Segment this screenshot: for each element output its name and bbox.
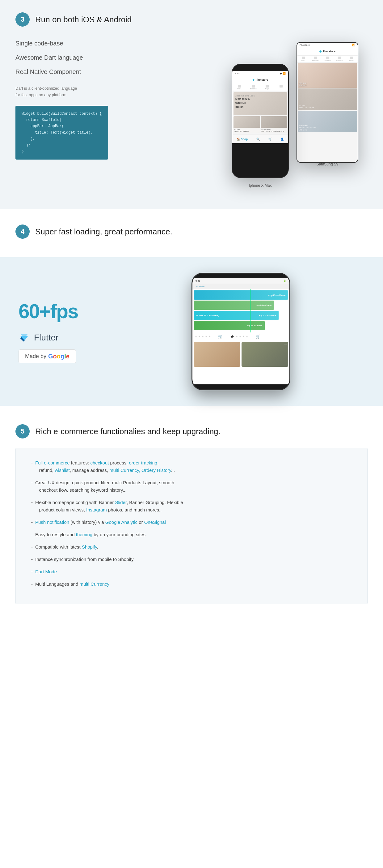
feature-item-shopify: - Compatible with latest Shopify.: [31, 543, 352, 551]
section-3-content: Single code-base Awesome Dart language R…: [15, 36, 368, 190]
link-order-tracking[interactable]: order tracking: [129, 460, 157, 465]
link-full-ecommerce[interactable]: Full e-commerce: [35, 460, 70, 465]
android-tab-4: Posters: [334, 56, 346, 62]
section-4-body: 60+fps Flutter Made by Google: [0, 257, 383, 406]
link-multi-currency-2[interactable]: multi Currency: [79, 581, 109, 587]
perf-chart-row-1: avg 8.9 ms/frame: [194, 290, 288, 300]
section-4-right: 9:41 🔋 ← Eden avg 8.9 ms/frame avg 8.9 m…: [117, 273, 364, 390]
iphone-tab-bottoms: Bottoms: [246, 84, 260, 91]
feature-item-push: - Push notification (with history) via G…: [31, 519, 352, 526]
code-block: Widget build(BuildContaxt context) { ret…: [15, 106, 108, 160]
iphone-content: AWESOME GIRL LOOK Most sexy & fabulous d…: [232, 91, 288, 134]
iphone-bottom-nav: 🏠 Shop 🔍 🛒 👤: [232, 134, 288, 143]
link-onesignal[interactable]: OneSignal: [144, 520, 166, 525]
iphone-statusbar: 9:13 ▶ 📶: [232, 71, 288, 75]
iphone-mockup: 9:13 ▶ 📶 ◆ Fluxstore Paris Bottoms Bags …: [232, 64, 289, 178]
perf-phone-screen: 9:41 🔋 ← Eden avg 8.9 ms/frame avg 8.9 m…: [193, 278, 289, 384]
perf-product-1: ♡: [194, 342, 240, 367]
step-badge-5: 5: [15, 424, 30, 438]
android-statusbar: Fluxstore 📶: [297, 43, 358, 47]
link-shopify[interactable]: Shopify: [82, 544, 97, 550]
perf-statusbar: 9:41 🔋: [193, 278, 289, 284]
iphone-notch: [243, 64, 277, 71]
phone-mockups-container: Fluxstore 📶 ◆ Fluxstore Men Women Clothi…: [207, 36, 368, 190]
step-badge-3: 3: [15, 12, 30, 27]
iphone-tab-paris: Paris: [232, 84, 246, 91]
feature-item-homepage: - Flexible homepage config with Banner S…: [31, 499, 352, 514]
feature-item-ecommerce: - Full e-commerce features: checkout pro…: [31, 459, 352, 474]
link-dart-mode[interactable]: Dart Mode: [35, 569, 57, 574]
android-tab-2: Women: [309, 56, 321, 62]
feature-item-3: Real Native Component: [15, 67, 207, 76]
flutter-label: Flutter: [34, 333, 58, 343]
section-4: 4 Super fast loading, great performance.…: [0, 209, 383, 406]
iphone-label: Iphone X Max: [232, 182, 289, 188]
link-slider[interactable]: Slider: [115, 500, 127, 505]
iphone-nav-tabs: Paris Bottoms Bags ...: [232, 84, 288, 91]
section-5-title: Rich e-commerce functionalies and keep u…: [35, 427, 220, 436]
section-4-title-row: 4 Super fast loading, great performance.: [15, 224, 368, 239]
perf-phone-mockup: 9:41 🔋 ← Eden avg 8.9 ms/frame avg 8.9 m…: [192, 273, 290, 390]
link-wishlist[interactable]: wishlist: [55, 468, 69, 473]
section-3-left: Single code-base Awesome Dart language R…: [15, 36, 207, 160]
flutter-logo-row: Flutter: [19, 332, 99, 343]
section-5: 5 Rich e-commerce functionalies and keep…: [0, 406, 383, 620]
android-tab-5: Music: [346, 56, 358, 62]
link-google-analytic[interactable]: Google Analytic: [105, 520, 137, 525]
feature-list: Single code-base Awesome Dart language R…: [15, 39, 207, 76]
link-instagram[interactable]: Instagram: [86, 507, 107, 513]
android-tab-1: Men: [297, 56, 309, 62]
step-badge-4: 4: [15, 224, 30, 239]
perf-product-row: ♡ ♡: [193, 341, 289, 368]
section-3-title: Run on both iOS & Android: [35, 15, 132, 24]
perf-chart-row-3: UI max 11.6 ms/frame, avg 4.4 ms/frame: [194, 311, 279, 320]
fps-text: 60+fps: [19, 300, 99, 323]
link-checkout[interactable]: checkout: [90, 460, 109, 465]
android-tab-3: Clothing: [321, 56, 333, 62]
feature-item-2: Awesome Dart language: [15, 53, 207, 62]
perf-product-2: ♡: [242, 342, 288, 367]
feature-item-theming: - Easy to restyle and theming by on your…: [31, 531, 352, 538]
android-nav-tabs: Men Women Clothing Posters Music: [297, 56, 358, 62]
android-phone-mockup: Fluxstore 📶 ◆ Fluxstore Men Women Clothi…: [297, 42, 358, 163]
section-4-header: 4 Super fast loading, great performance.: [0, 224, 383, 257]
link-multi-currency-1[interactable]: multi Currency, Ordery History: [109, 468, 171, 473]
link-push-notification[interactable]: Push notification: [35, 520, 69, 525]
perf-chart-row-2: avg 8.9 ms/frame: [194, 301, 274, 310]
iphone-tab-bags: Bags: [260, 84, 274, 91]
perf-chart-area: avg 8.9 ms/frame avg 8.9 ms/frame UI max…: [193, 289, 289, 333]
section-5-header: 5 Rich e-commerce functionalies and keep…: [15, 424, 368, 438]
iphone-app-header: ◆ Fluxstore: [232, 75, 288, 84]
section-4-left: 60+fps Flutter Made by Google: [19, 300, 99, 363]
google-made-by-text: Made by: [25, 353, 46, 360]
dart-description: Dart is a client-optimized language for …: [15, 85, 83, 98]
section-5-body: - Full e-commerce features: checkout pro…: [15, 448, 368, 604]
android-screen: Fluxstore 📶 ◆ Fluxstore Men Women Clothi…: [297, 43, 358, 162]
section-4-title: Super fast loading, great performance.: [35, 227, 172, 237]
feature-item-ux: - Great UX design: quick product filter,…: [31, 479, 352, 494]
perf-stars-row: ★★★★★ 🛒 ★★★★★ 🛒: [193, 333, 289, 341]
google-badge: Made by Google: [19, 349, 76, 363]
perf-chart-row-4: avg 4.4 ms/frame: [194, 321, 265, 330]
section-3: 3 Run on both iOS & Android Single code-…: [0, 0, 383, 209]
google-wordmark: Google: [48, 353, 69, 360]
android-app-header: ◆ Fluxstore: [297, 47, 358, 56]
feature-item-sync: - Instance synchronization from mobile t…: [31, 556, 352, 563]
perf-back-row: ← Eden: [193, 284, 289, 289]
section-3-header: 3 Run on both iOS & Android: [15, 12, 368, 27]
feature-item-1: Single code-base: [15, 39, 207, 48]
iphone-tab-more: ...: [274, 84, 288, 91]
perf-divider: [250, 289, 251, 333]
feature-item-multilang: - Multi Languages and multi Currency: [31, 581, 352, 588]
android-content: FOR SLIM& BEAUTY For GenHANG OUT & PARTY…: [297, 62, 358, 162]
feature-item-dart-mode: - Dart Mode: [31, 568, 352, 576]
link-theming[interactable]: theming: [76, 532, 92, 537]
flutter-chevron-icon: [19, 332, 30, 343]
